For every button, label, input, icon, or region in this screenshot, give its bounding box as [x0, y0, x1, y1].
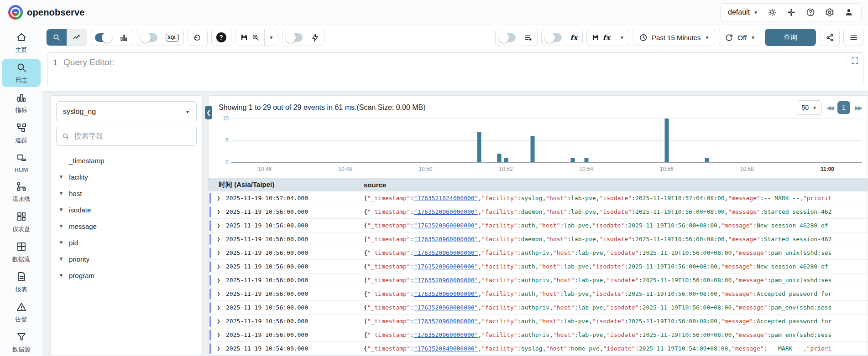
log-table-row[interactable]: ❯2025-11-19 10:56:00.000{"_timestamp":"1…: [209, 205, 868, 219]
account-person-icon[interactable]: [844, 7, 854, 17]
expand-row-icon[interactable]: ❯: [215, 345, 222, 352]
sidebar-item-search[interactable]: 日志: [2, 59, 41, 87]
sidebar-item-rum[interactable]: RUM: [2, 149, 41, 176]
log-table-row[interactable]: ❯2025-11-19 10:56:00.000{"_timestamp":"1…: [209, 287, 868, 301]
expand-row-icon[interactable]: ❯: [215, 208, 222, 215]
histogram-toggle[interactable]: [95, 33, 111, 42]
histogram-bar: [477, 132, 481, 162]
log-table-row[interactable]: ❯2025-11-19 10:56:00.000{"_timestamp":"1…: [209, 246, 868, 260]
expand-row-icon[interactable]: ❯: [215, 318, 222, 325]
sidebar-item-pipelines[interactable]: 流水线: [2, 178, 41, 206]
sql-mode-toggle[interactable]: [141, 33, 157, 42]
sidebar-item-label: 指标: [16, 106, 27, 114]
field-item-facility[interactable]: ▼facility: [56, 169, 197, 185]
log-table-row[interactable]: ❯2025-11-19 10:56:00.000{"_timestamp":"1…: [209, 273, 868, 287]
chevron-down-icon[interactable]: ▼: [58, 239, 64, 246]
current-page-button[interactable]: 1: [837, 101, 850, 114]
results-bar: Showing 1 to 29 out of 29 events in 61 m…: [209, 96, 868, 116]
log-table-row[interactable]: ❯2025-11-19 10:56:00.000{"_timestamp":"1…: [209, 232, 868, 246]
sidebar-nav: 主页日志指标追踪RUM流水线仪表盘数据流报表告警数据源IAM: [0, 25, 42, 356]
next-page-button[interactable]: ▶▶: [855, 104, 861, 111]
menu-button[interactable]: [843, 29, 863, 46]
expand-row-icon[interactable]: ❯: [215, 249, 222, 256]
expand-row-icon[interactable]: ❯: [215, 236, 222, 242]
time-range-picker[interactable]: Past 15 Minutes ▼: [633, 29, 715, 46]
row-source: {"_timestamp":"1763520960000000","facili…: [364, 304, 868, 311]
field-item-host[interactable]: ▼host: [56, 185, 197, 201]
query-editor-placeholder: Query Editor:: [63, 57, 115, 80]
query-editor[interactable]: 1 Query Editor:: [47, 52, 863, 85]
row-timestamp: 2025-11-19 10:56:00.000: [226, 304, 364, 311]
editor-fullscreen-icon[interactable]: ⛶: [852, 56, 858, 66]
sidebar-item-home[interactable]: 主页: [2, 29, 41, 57]
row-accent-bar: [209, 343, 211, 354]
search-mode-button[interactable]: [47, 29, 67, 46]
sidebar-item-metrics[interactable]: 指标: [2, 89, 41, 117]
stream-selector[interactable]: syslog_ng ▼: [56, 101, 197, 122]
row-accent-bar: [209, 206, 211, 217]
chevron-down-icon[interactable]: ▼: [58, 256, 64, 262]
log-table-row[interactable]: ❯2025-11-19 10:57:04.000{"_timestamp":"1…: [209, 191, 868, 205]
header-controls: default ▼: [720, 3, 862, 21]
field-item-message[interactable]: ▼message: [56, 218, 197, 234]
sidebar-item-reports[interactable]: 报表: [2, 268, 41, 296]
expand-row-icon[interactable]: ❯: [215, 195, 222, 201]
expand-row-icon[interactable]: ❯: [215, 290, 222, 297]
log-table-row[interactable]: ❯2025-11-19 10:56:00.000{"_timestamp":"1…: [209, 328, 868, 342]
sidebar-item-datasources[interactable]: 数据源: [2, 328, 41, 356]
field-item-_timestamp[interactable]: _timestamp: [56, 152, 197, 169]
chevron-down-icon[interactable]: ▼: [58, 190, 64, 196]
query-help-button[interactable]: ?: [211, 29, 231, 46]
vrl-function-toggle[interactable]: [545, 33, 562, 42]
chevron-down-icon[interactable]: ▼: [58, 272, 64, 279]
field-item-priority[interactable]: ▼priority: [56, 251, 197, 267]
row-timestamp: 2025-11-19 10:56:00.000: [226, 208, 364, 215]
sidebar-item-dashboards[interactable]: 仪表盘: [2, 208, 41, 236]
log-table-row[interactable]: ❯2025-11-19 10:54:09.000{"_timestamp":"1…: [209, 342, 868, 356]
log-table-row[interactable]: ❯2025-11-19 10:56:00.000{"_timestamp":"1…: [209, 219, 868, 232]
expand-row-icon[interactable]: ❯: [215, 222, 222, 229]
field-search-input[interactable]: [74, 132, 191, 140]
save-search-button[interactable]: [235, 29, 264, 46]
saved-function-dropdown[interactable]: ▼: [615, 29, 629, 46]
quick-mode-toggle[interactable]: [286, 33, 303, 42]
row-accent-bar: [209, 330, 211, 341]
field-item-isodate[interactable]: ▼isodate: [56, 201, 197, 218]
chevron-down-icon[interactable]: ▼: [58, 223, 64, 229]
refresh-interval-picker[interactable]: Off ▼: [719, 29, 761, 46]
run-query-button[interactable]: 查询: [765, 29, 816, 46]
saved-search-dropdown[interactable]: ▼: [265, 29, 278, 46]
org-selector[interactable]: default ▼: [728, 8, 758, 16]
sidebar-item-traces[interactable]: 追踪: [2, 119, 41, 147]
theme-sun-icon[interactable]: [767, 7, 777, 17]
chevron-down-icon[interactable]: ▼: [58, 206, 64, 213]
expand-row-icon[interactable]: ❯: [215, 304, 222, 311]
log-table-row[interactable]: ❯2025-11-19 10:56:00.000{"_timestamp":"1…: [209, 260, 868, 273]
expand-row-icon[interactable]: ❯: [215, 277, 222, 284]
sidebar-item-streams[interactable]: 数据流: [2, 238, 41, 266]
interesting-fields-toggle[interactable]: [499, 33, 516, 42]
share-link-button[interactable]: [820, 29, 840, 46]
row-accent-bar: [209, 316, 211, 327]
datasources-icon: [16, 331, 27, 344]
log-table-row[interactable]: ❯2025-11-19 10:56:00.000{"_timestamp":"1…: [209, 301, 868, 315]
collapse-fields-button[interactable]: ❮: [205, 106, 212, 119]
expand-row-icon[interactable]: ❯: [215, 263, 222, 270]
log-table-row[interactable]: ❯2025-11-19 10:56:00.000{"_timestamp":"1…: [209, 315, 868, 328]
chevron-down-icon[interactable]: ▼: [58, 174, 64, 180]
slack-icon[interactable]: [786, 7, 796, 17]
reset-query-button[interactable]: [188, 29, 208, 46]
log-table: 时间 (Asia/Taipei) source ❯2025-11-19 10:5…: [209, 178, 868, 356]
metrics-mode-button[interactable]: [67, 29, 87, 46]
sidebar-item-alerts[interactable]: 告警: [2, 298, 41, 326]
save-function-button[interactable]: fx: [587, 29, 615, 46]
help-icon[interactable]: [805, 7, 816, 17]
page-size-select[interactable]: 50 ▼: [797, 100, 822, 115]
settings-gear-icon[interactable]: [825, 7, 835, 17]
prev-page-button[interactable]: ◀◀: [826, 104, 833, 111]
field-item-pid[interactable]: ▼pid: [56, 234, 197, 251]
expand-row-icon[interactable]: ❯: [215, 331, 222, 338]
field-item-program[interactable]: ▼program: [56, 267, 197, 284]
row-source: {"_timestamp":"1763520960000000","facili…: [364, 249, 868, 256]
chevron-down-icon: ▼: [812, 105, 817, 110]
